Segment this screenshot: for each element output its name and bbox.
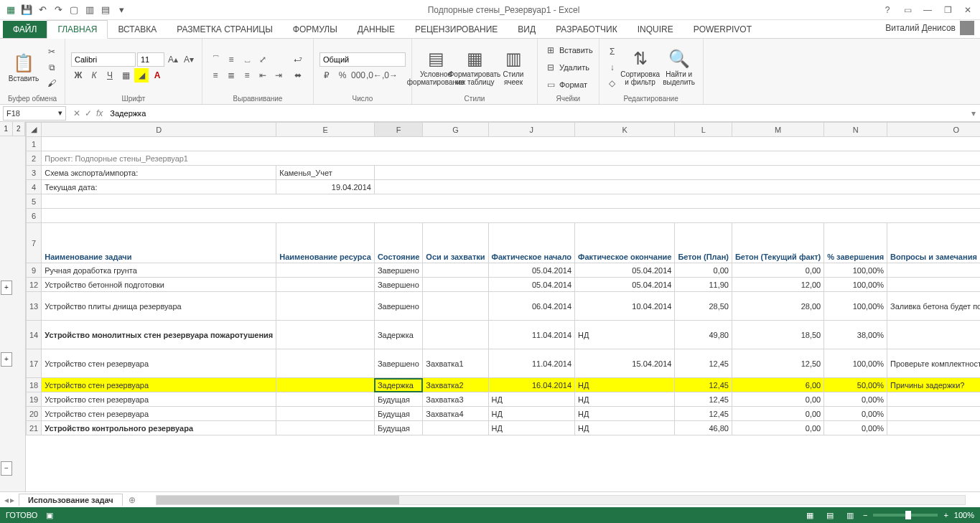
col-header-E[interactable]: E (276, 123, 375, 137)
cell[interactable] (887, 421, 980, 435)
cell[interactable] (887, 263, 980, 278)
cell[interactable]: 12,50 (732, 349, 823, 378)
font-name-combo[interactable] (71, 52, 136, 67)
cell[interactable] (423, 292, 488, 321)
name-box[interactable]: F18▾ (3, 106, 66, 121)
redo-icon[interactable]: ↷ (52, 4, 65, 17)
cell[interactable]: 11.04.2014 (488, 321, 574, 349)
outline-expand-1[interactable]: + (1, 281, 12, 295)
macro-record-icon[interactable]: ▣ (46, 511, 53, 520)
col-header-L[interactable]: L (675, 123, 732, 137)
font-size-combo[interactable] (137, 52, 164, 67)
tab-view[interactable]: ВИД (508, 21, 546, 38)
row-head-5[interactable]: 5 (27, 194, 42, 209)
cell[interactable]: 10.04.2014 (575, 292, 675, 321)
cell[interactable]: НД (575, 407, 675, 421)
cell[interactable]: 0,00 (732, 407, 823, 421)
cell[interactable]: 38,00% (824, 321, 887, 349)
outline-expand-2[interactable]: + (1, 352, 12, 367)
cell[interactable]: Завершено (374, 263, 422, 278)
cell[interactable]: 28,00 (732, 292, 823, 321)
cell[interactable]: Завершено (374, 349, 422, 378)
number-format-combo[interactable] (319, 52, 406, 67)
increase-decimal-icon[interactable]: ,0← (367, 68, 381, 83)
ribbon-toggle-icon[interactable]: ▭ (898, 3, 917, 17)
cell[interactable] (887, 392, 980, 407)
help-icon[interactable]: ? (878, 3, 897, 17)
cell[interactable]: 12,45 (675, 392, 732, 407)
row-head-7[interactable]: 7 (27, 223, 42, 263)
cell[interactable]: Захватка2 (423, 378, 488, 392)
cell[interactable]: 0,00% (824, 392, 887, 407)
cell[interactable]: Проверьте комплектность опалубки (887, 349, 980, 378)
align-top-icon[interactable]: ⎴ (208, 52, 223, 67)
tab-page-layout[interactable]: РАЗМЕТКА СТРАНИЦЫ (167, 21, 283, 38)
save-icon[interactable]: 💾 (20, 4, 33, 17)
cell[interactable]: 11.04.2014 (488, 349, 574, 378)
cell[interactable]: Заливка бетона будет по графику? (887, 292, 980, 321)
cell[interactable]: 0,00 (732, 392, 823, 407)
col-header-G[interactable]: G (423, 123, 488, 137)
cell[interactable]: НД (488, 407, 574, 421)
col-header-J[interactable]: J (488, 123, 574, 137)
format-painter-icon[interactable]: 🖌 (45, 76, 59, 90)
cut-icon[interactable]: ✂ (45, 44, 59, 59)
enter-icon[interactable]: ✓ (85, 108, 92, 118)
cell[interactable]: Устройство стен резервуара (42, 349, 276, 378)
col-header-M[interactable]: M (732, 123, 823, 137)
row-head[interactable]: 9 (27, 263, 42, 278)
tab-inquire[interactable]: INQUIRE (627, 21, 683, 38)
cell[interactable]: Задержка (374, 321, 422, 349)
row-head[interactable]: 17 (27, 349, 42, 378)
cell[interactable]: 100,00% (824, 263, 887, 278)
cell[interactable]: 18,50 (732, 321, 823, 349)
cell[interactable] (276, 421, 375, 435)
cell[interactable] (423, 321, 488, 349)
autosum-icon[interactable]: Σ (605, 44, 620, 59)
restore-button[interactable]: ❐ (938, 3, 957, 17)
cell[interactable]: 0,00 (675, 263, 732, 278)
cell[interactable] (276, 292, 375, 321)
delete-label[interactable]: Удалить (559, 63, 589, 72)
zoom-level[interactable]: 100% (954, 511, 974, 519)
cell[interactable]: Завершено (374, 292, 422, 321)
cell[interactable]: 100,00% (824, 292, 887, 321)
align-left-icon[interactable]: ≡ (208, 68, 223, 83)
cell[interactable]: 49,80 (675, 321, 732, 349)
cell[interactable] (423, 263, 488, 278)
align-right-icon[interactable]: ≡ (240, 68, 254, 83)
cell[interactable]: 05.04.2014 (488, 278, 574, 292)
qat-dropdown-icon[interactable]: ▾ (115, 4, 128, 17)
cell[interactable]: Устройство плиты днища резервуара (42, 292, 276, 321)
align-bottom-icon[interactable]: ⎵ (240, 52, 254, 67)
tab-formulas[interactable]: ФОРМУЛЫ (283, 21, 347, 38)
cell[interactable]: 12,45 (675, 349, 732, 378)
cell[interactable]: 46,80 (675, 421, 732, 435)
tab-developer[interactable]: РАЗРАБОТЧИК (546, 21, 627, 38)
col-header-N[interactable]: N (824, 123, 887, 137)
cell[interactable]: Захватка3 (423, 392, 488, 407)
cell[interactable] (423, 421, 488, 435)
cell[interactable]: 0,00% (824, 421, 887, 435)
row-head[interactable]: 14 (27, 321, 42, 349)
row-head[interactable]: 21 (27, 421, 42, 435)
cell[interactable]: 15.04.2014 (575, 349, 675, 378)
cell[interactable] (423, 278, 488, 292)
percent-icon[interactable]: % (335, 68, 350, 83)
cell[interactable]: 50,00% (824, 378, 887, 392)
tab-home[interactable]: ГЛАВНАЯ (47, 20, 108, 39)
cell[interactable]: 0,00 (732, 263, 823, 278)
col-header-D[interactable]: D (42, 123, 276, 137)
cell[interactable]: Устройство бетонной подготовки (42, 278, 276, 292)
add-sheet-button[interactable]: ⊕ (123, 494, 141, 506)
cell[interactable]: Завершено (374, 278, 422, 292)
grow-font-icon[interactable]: A▴ (166, 52, 180, 67)
bold-button[interactable]: Ж (71, 68, 85, 83)
cell[interactable]: 100,00% (824, 278, 887, 292)
tab-data[interactable]: ДАННЫЕ (347, 21, 405, 38)
decrease-decimal-icon[interactable]: ,0→ (383, 68, 397, 83)
qat-icon-3[interactable]: ▤ (99, 4, 112, 17)
increase-indent-icon[interactable]: ⇥ (271, 68, 286, 83)
cell[interactable] (276, 263, 375, 278)
tab-review[interactable]: РЕЦЕНЗИРОВАНИЕ (405, 21, 508, 38)
